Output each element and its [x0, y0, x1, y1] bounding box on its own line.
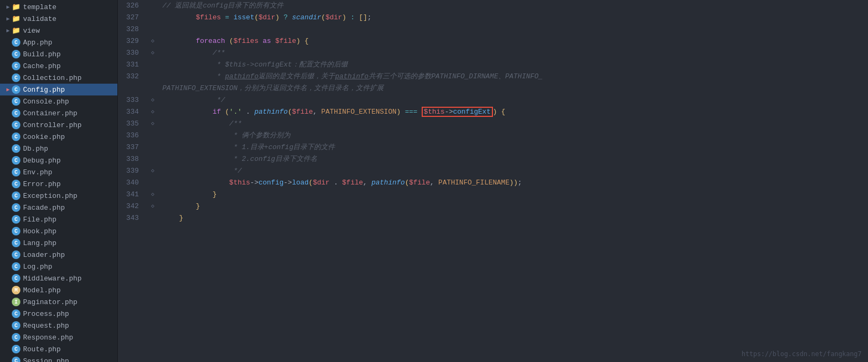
sidebar-item-loader[interactable]: C Loader.php [0, 249, 117, 261]
tree-label: Facade.php [23, 204, 65, 212]
tree-label: Request.php [23, 322, 69, 330]
file-icon: C [12, 203, 20, 212]
sidebar-item-config[interactable]: ▶ C Config.php [0, 84, 117, 95]
code-line-338: 338 * 2.config目录下文件名 [118, 153, 868, 165]
tree-label: Response.php [23, 334, 73, 342]
tree-label: Session.php [23, 357, 69, 363]
tree-label: Middleware.php [23, 275, 81, 283]
code-line-333: 333 ◇ */ [118, 94, 868, 106]
file-icon: C [12, 121, 20, 129]
code-line-332: 332 * pathinfo返回的是文件后缀，关于pathinfo共有三个可选的… [118, 71, 868, 94]
sidebar-item-app[interactable]: C App.php [0, 36, 117, 48]
file-icon: C [12, 333, 20, 342]
file-icon: C [12, 215, 20, 224]
sidebar-item-paginator[interactable]: I Paginator.php [0, 296, 117, 308]
sidebar-item-console[interactable]: C Console.php [0, 95, 117, 107]
file-icon: C [12, 109, 20, 117]
file-icon: C [12, 239, 20, 247]
code-editor[interactable]: 326 // 返回就是config目录下的所有文件 327 $files = i… [118, 0, 868, 362]
tree-label: Cookie.php [23, 133, 65, 141]
arrow-icon: ▶ [4, 4, 12, 10]
tree-label: Paginator.php [23, 298, 77, 306]
sidebar-item-log[interactable]: C Log.php [0, 261, 117, 272]
code-line-327: 327 $files = isset($dir) ? scandir($dir)… [118, 12, 868, 24]
code-line-340: 340 $this->config->load($dir . $file, pa… [118, 177, 868, 189]
sidebar-item-debug[interactable]: C Debug.php [0, 154, 117, 166]
tree-label: view [23, 27, 40, 35]
file-icon: C [12, 132, 20, 141]
sidebar-item-request[interactable]: C Request.php [0, 320, 117, 331]
tree-label: Lang.php [23, 239, 56, 247]
sidebar-item-cache[interactable]: C Cache.php [0, 60, 117, 72]
file-icon: C [12, 156, 20, 165]
file-icon: C [12, 97, 20, 106]
code-line-331: 331 * $this->configExt：配置文件的后缀 [118, 59, 868, 71]
file-icon: C [12, 73, 20, 82]
tree-label: Process.php [23, 310, 69, 318]
file-icon: C [12, 85, 20, 94]
tree-label: App.php [23, 39, 53, 47]
file-icon: C [12, 144, 20, 153]
tree-label: Model.php [23, 286, 61, 294]
file-icon: C [12, 50, 20, 58]
sidebar-item-middleware[interactable]: C Middleware.php [0, 272, 117, 284]
file-icon: C [12, 227, 20, 235]
tree-label: Config.php [23, 86, 65, 94]
sidebar-item-env[interactable]: C Env.php [0, 166, 117, 178]
code-line-334: 334 ◇ if ('.' . pathinfo($file, PATHINFO… [118, 106, 868, 118]
tree-label: Error.php [23, 180, 61, 188]
file-icon: C [12, 321, 20, 330]
tree-label: Route.php [23, 345, 61, 353]
code-line-335: 335 ◇ /** [118, 118, 868, 130]
arrow-icon: ▶ [4, 16, 12, 22]
tree-label: File.php [23, 216, 56, 224]
file-icon: M [12, 286, 20, 294]
code-line-343: 343 } [118, 212, 868, 224]
sidebar-item-file[interactable]: C File.php [0, 213, 117, 225]
sidebar-item-error[interactable]: C Error.php [0, 178, 117, 190]
tree-label: Collection.php [23, 74, 81, 82]
tree-label: Hook.php [23, 227, 56, 235]
file-tree[interactable]: ▶ 📁 template ▶ 📁 validate ▶ 📁 view C App… [0, 0, 118, 362]
sidebar-item-exception[interactable]: C Exception.php [0, 190, 117, 202]
folder-icon: 📁 [12, 26, 20, 35]
sidebar-item-model[interactable]: M Model.php [0, 284, 117, 296]
code-line-342: 342 ◇ } [118, 201, 868, 212]
sidebar-item-container[interactable]: C Container.php [0, 107, 117, 119]
sidebar-item-process[interactable]: C Process.php [0, 308, 117, 320]
sidebar-item-validate[interactable]: ▶ 📁 validate [0, 13, 117, 25]
sidebar-item-route[interactable]: C Route.php [0, 343, 117, 355]
tree-label: Log.php [23, 263, 53, 271]
file-icon: C [12, 62, 20, 70]
sidebar-item-lang[interactable]: C Lang.php [0, 237, 117, 249]
code-line-339: 339 ◇ */ [118, 165, 868, 177]
code-line-328: 328 [118, 24, 868, 35]
tree-label: Env.php [23, 168, 53, 176]
tree-label: template [23, 3, 56, 11]
file-icon: C [12, 274, 20, 283]
sidebar-item-db[interactable]: C Db.php [0, 143, 117, 154]
code-line-337: 337 * 1.目录+config目录下的文件 [118, 142, 868, 153]
sidebar-item-collection[interactable]: C Collection.php [0, 72, 117, 84]
code-line-329: 329 ◇ foreach ($files as $file) { [118, 35, 868, 47]
file-icon: C [12, 357, 20, 362]
tree-label: Controller.php [23, 121, 81, 129]
sidebar-item-build[interactable]: C Build.php [0, 48, 117, 60]
file-icon: C [12, 250, 20, 259]
sidebar-item-response[interactable]: C Response.php [0, 331, 117, 343]
code-content: 326 // 返回就是config目录下的所有文件 327 $files = i… [118, 0, 868, 235]
file-icon: C [12, 262, 20, 271]
tree-label: Container.php [23, 109, 77, 117]
tree-label: Build.php [23, 50, 61, 58]
sidebar-item-hook[interactable]: C Hook.php [0, 225, 117, 237]
sidebar-item-cookie[interactable]: C Cookie.php [0, 131, 117, 143]
file-icon: C [12, 38, 20, 47]
code-line-330: 330 ◇ /** [118, 47, 868, 59]
sidebar-item-session[interactable]: C Session.php [0, 355, 117, 362]
sidebar-item-facade[interactable]: C Facade.php [0, 202, 117, 213]
sidebar-item-template[interactable]: ▶ 📁 template [0, 1, 117, 13]
tree-label: Db.php [23, 145, 48, 153]
sidebar-item-controller[interactable]: C Controller.php [0, 119, 117, 131]
folder-icon: 📁 [12, 3, 20, 11]
sidebar-item-view[interactable]: ▶ 📁 view [0, 25, 117, 36]
